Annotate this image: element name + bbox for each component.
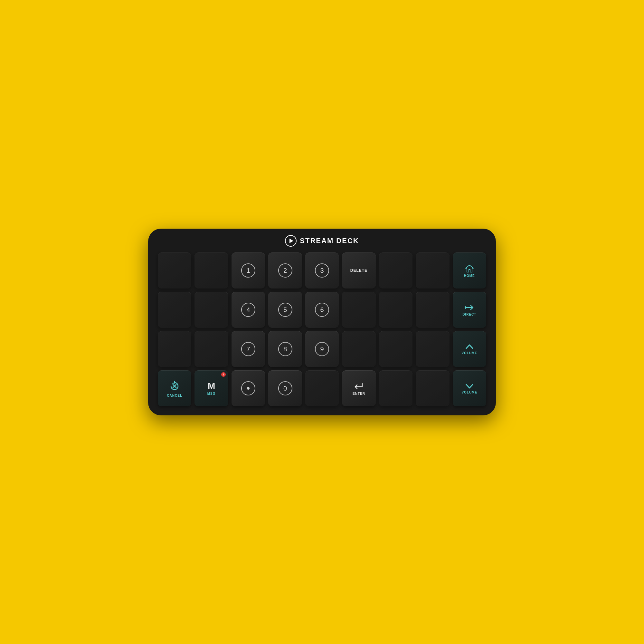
key-r1c8[interactable] bbox=[416, 252, 449, 289]
key-r2c1[interactable] bbox=[158, 292, 191, 328]
cancel-icon bbox=[168, 380, 181, 392]
key-r2c7[interactable] bbox=[379, 292, 412, 328]
key-r4c5[interactable] bbox=[305, 370, 339, 406]
key-4[interactable]: 4 bbox=[232, 292, 265, 328]
stream-deck-device: STREAM DECK 1 2 3 DELETE HOME 4 bbox=[148, 229, 496, 415]
key-volume-up[interactable]: VOLUME bbox=[453, 331, 486, 367]
key-delete[interactable]: DELETE bbox=[342, 252, 375, 289]
key-r2c8[interactable] bbox=[416, 292, 449, 328]
key-grid: 1 2 3 DELETE HOME 4 5 6 bbox=[158, 252, 486, 406]
volume-down-icon bbox=[465, 383, 474, 389]
key-5[interactable]: 5 bbox=[268, 292, 302, 328]
key-r2c6[interactable] bbox=[342, 292, 375, 328]
key-r4c8[interactable] bbox=[416, 370, 449, 406]
key-r4c7[interactable] bbox=[379, 370, 412, 406]
key-direct[interactable]: DIRECT bbox=[453, 292, 486, 328]
volume-up-icon bbox=[465, 344, 474, 350]
key-volume-down[interactable]: VOLUME bbox=[453, 370, 486, 406]
msg-badge: ! bbox=[221, 372, 226, 377]
key-r2c2[interactable] bbox=[194, 292, 228, 328]
key-r3c1[interactable] bbox=[158, 331, 191, 367]
key-home[interactable]: HOME bbox=[453, 252, 486, 289]
key-cancel[interactable]: CANCEL bbox=[158, 370, 191, 406]
direct-icon bbox=[464, 304, 475, 311]
enter-icon bbox=[353, 382, 364, 391]
key-9[interactable]: 9 bbox=[305, 331, 339, 367]
brand-logo-icon bbox=[285, 235, 297, 247]
key-dot[interactable] bbox=[232, 370, 265, 406]
brand-name: STREAM DECK bbox=[300, 237, 359, 245]
home-icon bbox=[465, 264, 474, 273]
key-0[interactable]: 0 bbox=[268, 370, 302, 406]
key-1[interactable]: 1 bbox=[232, 252, 265, 289]
key-6[interactable]: 6 bbox=[305, 292, 339, 328]
key-7[interactable]: 7 bbox=[232, 331, 265, 367]
key-r1c1[interactable] bbox=[158, 252, 191, 289]
key-r3c7[interactable] bbox=[379, 331, 412, 367]
key-3[interactable]: 3 bbox=[305, 252, 339, 289]
key-enter[interactable]: ENTER bbox=[342, 370, 375, 406]
key-msg[interactable]: M ! MSG bbox=[194, 370, 228, 406]
key-r3c6[interactable] bbox=[342, 331, 375, 367]
key-r1c2[interactable] bbox=[194, 252, 228, 289]
svg-marker-1 bbox=[289, 239, 293, 243]
key-r3c8[interactable] bbox=[416, 331, 449, 367]
key-2[interactable]: 2 bbox=[268, 252, 302, 289]
key-r1c7[interactable] bbox=[379, 252, 412, 289]
brand-bar: STREAM DECK bbox=[285, 235, 359, 247]
key-8[interactable]: 8 bbox=[268, 331, 302, 367]
key-r3c2[interactable] bbox=[194, 331, 228, 367]
